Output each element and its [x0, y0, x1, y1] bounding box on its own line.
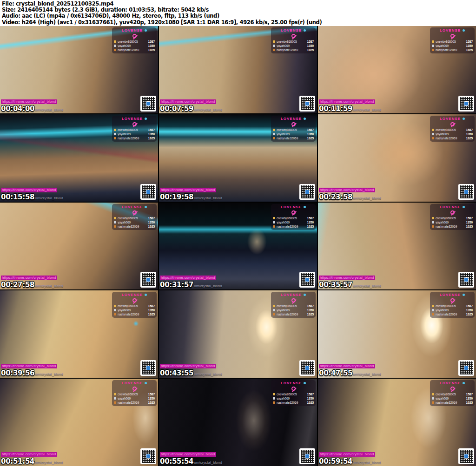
qr-center-logo-icon — [305, 454, 310, 459]
frame-timestamp: 00:04:00 — [1, 105, 34, 113]
tip-amount: 1587 — [466, 40, 473, 43]
leaderboard-entry: yayah0691350 — [114, 308, 155, 312]
leaderboard-entry: cnewby8680051587 — [432, 393, 473, 396]
watermark-url: https://throne.com/crystal_blond — [1, 188, 57, 192]
tipper-name: cnewby868005 — [118, 128, 147, 131]
qr-center-logo-icon — [146, 277, 151, 282]
lovense-overlay: LOVENSE cnewby8680051587yayah0691350nast… — [271, 292, 316, 318]
lovense-logo: LOVENSE — [281, 28, 302, 33]
tip-amount: 1025 — [466, 48, 473, 52]
leaderboard-entry: yayah0691350 — [432, 221, 473, 224]
no-sign-icon — [291, 34, 296, 38]
tip-amount: 1025 — [307, 313, 314, 316]
tip-leaderboard: cnewby8680051587yayah0691350nastynate320… — [432, 217, 473, 228]
frame-timestamp: 00:27:58 — [1, 281, 34, 289]
trophy-icon — [273, 40, 275, 43]
leaderboard-entry: cnewby8680051587 — [273, 217, 314, 220]
tip-leaderboard: cnewby8680051587yayah0691350nastynate320… — [273, 304, 314, 316]
qr-center-logo-icon — [146, 101, 151, 106]
watermark-block: https://throne.com/crystal_blond 00:51:5… — [1, 448, 63, 466]
tipper-name: nastynate32069 — [277, 137, 306, 140]
watermark-partial: om/crystal_blond — [353, 108, 381, 112]
trophy-icon — [114, 133, 116, 135]
tip-amount: 1025 — [466, 137, 473, 140]
qr-center-logo-icon — [464, 101, 469, 106]
video-thumbnail: LOVENSE cnewby8680051587yayah0691350nast… — [159, 379, 317, 466]
trophy-icon — [273, 309, 275, 311]
qr-center-logo-icon — [464, 454, 469, 459]
video-thumbnail: LOVENSE cnewby8680051587yayah0691350nast… — [0, 203, 158, 290]
no-sign-icon — [132, 387, 137, 391]
frame-timestamp: 00:39:56 — [1, 369, 34, 377]
tip-amount: 1025 — [148, 48, 155, 52]
qr-code — [299, 360, 315, 376]
blue-heart-icon — [304, 382, 306, 384]
leaderboard-entry: nastynate320691025 — [114, 401, 155, 404]
video-thumbnail: LOVENSE cnewby8680051587yayah0691350nast… — [0, 290, 158, 378]
video-thumbnail: LOVENSE cnewby8680051587yayah0691350nast… — [318, 290, 476, 378]
tip-amount: 1587 — [148, 40, 155, 43]
leaderboard-entry: nastynate320691025 — [273, 48, 314, 52]
trophy-icon — [114, 225, 116, 228]
leaderboard-entry: cnewby8680051587 — [432, 128, 473, 131]
qr-center-logo-icon — [464, 366, 469, 370]
trophy-icon — [432, 393, 434, 395]
tip-amount: 1350 — [307, 132, 314, 136]
trophy-icon — [432, 221, 434, 223]
blue-heart-icon — [145, 206, 147, 208]
trophy-icon — [432, 217, 434, 219]
lovense-logo: LOVENSE — [281, 117, 302, 121]
tip-amount: 1587 — [148, 304, 155, 308]
blue-heart-icon — [304, 29, 306, 32]
leaderboard-entry: nastynate320691025 — [114, 48, 155, 52]
lovense-overlay: LOVENSE cnewby8680051587yayah0691350nast… — [430, 380, 475, 406]
qr-code — [458, 184, 474, 200]
tipper-name: nastynate32069 — [277, 313, 306, 316]
tip-amount: 1587 — [148, 128, 155, 131]
tipper-name: yayah069 — [277, 308, 306, 312]
lovense-logo: LOVENSE — [122, 117, 143, 121]
tipper-name: nastynate32069 — [277, 225, 306, 228]
watermark-url: https://throne.com/crystal_blond — [160, 99, 216, 104]
leaderboard-entry: yayah0691350 — [432, 308, 473, 312]
tipper-name: yayah069 — [277, 132, 306, 136]
watermark-url: https://throne.com/crystal_blond — [319, 99, 375, 104]
leaderboard-entry: yayah0691350 — [432, 397, 473, 400]
trophy-icon — [273, 401, 275, 404]
trophy-icon — [273, 305, 275, 307]
watermark-partial: om/crystal_blond — [353, 196, 381, 200]
trophy-icon — [273, 221, 275, 223]
tipper-name: cnewby868005 — [118, 40, 147, 43]
tip-leaderboard: cnewby8680051587yayah0691350nastynate320… — [114, 128, 155, 140]
lovense-logo: LOVENSE — [440, 117, 461, 121]
watermark-partial: om/crystal_blond — [353, 460, 381, 465]
trophy-icon — [114, 49, 116, 51]
trophy-icon — [273, 133, 275, 135]
lovense-overlay: LOVENSE cnewby8680051587yayah0691350nast… — [430, 204, 475, 230]
tip-amount: 1350 — [307, 397, 314, 400]
tip-amount: 1025 — [466, 313, 473, 316]
trophy-icon — [114, 313, 116, 315]
qr-code — [299, 96, 315, 112]
watermark-partial: om/crystal_blond — [353, 284, 381, 288]
watermark-url: https://throne.com/crystal_blond — [319, 188, 375, 192]
watermark-url: https://throne.com/crystal_blond — [319, 364, 375, 368]
leaderboard-entry: yayah0691350 — [273, 132, 314, 136]
watermark-partial: om/crystal_blond — [194, 284, 222, 288]
leaderboard-entry: yayah0691350 — [114, 44, 155, 47]
leaderboard-entry: nastynate320691025 — [114, 137, 155, 140]
blue-heart-icon — [145, 382, 147, 384]
leaderboard-entry: cnewby8680051587 — [432, 217, 473, 220]
tipper-name: nastynate32069 — [118, 225, 147, 228]
tipper-name: nastynate32069 — [436, 313, 465, 316]
tipper-name: cnewby868005 — [277, 128, 306, 131]
no-sign-icon — [291, 122, 296, 126]
lovense-overlay: LOVENSE cnewby8680051587yayah0691350nast… — [271, 27, 316, 53]
tip-amount: 1587 — [307, 40, 314, 43]
tipper-name: yayah069 — [277, 44, 306, 47]
tipper-name: cnewby868005 — [436, 128, 465, 131]
watermark-url: https://throne.com/crystal_blond — [160, 452, 216, 457]
video-thumbnail: LOVENSE cnewby8680051587yayah0691350nast… — [0, 114, 158, 202]
tip-leaderboard: cnewby8680051587yayah0691350nastynate320… — [273, 217, 314, 228]
tip-amount: 1350 — [466, 397, 473, 400]
